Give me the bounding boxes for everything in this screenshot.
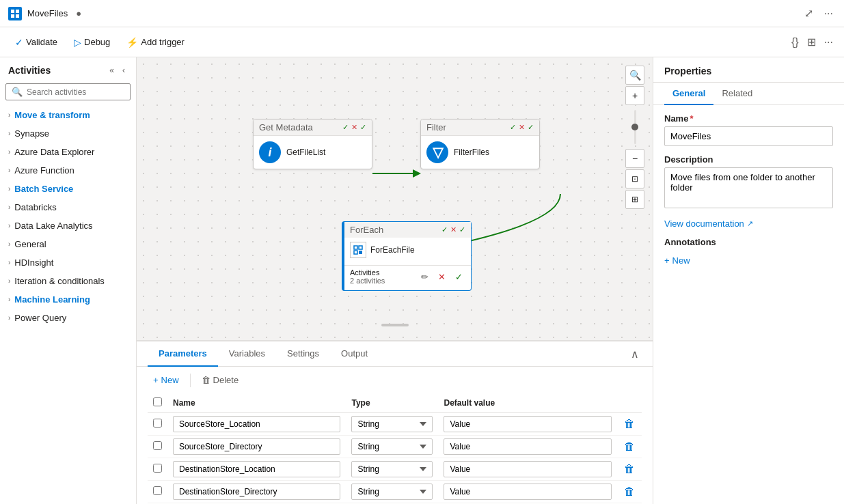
row-checkbox[interactable] xyxy=(153,441,162,450)
filter-icon: ▽ xyxy=(426,141,448,163)
sidebar-item-azure-data-explorer[interactable]: › Azure Data Explorer xyxy=(0,143,136,161)
sidebar: Activities « ‹ 🔍 › Move & transform › Sy… xyxy=(0,57,137,504)
svg-rect-8 xyxy=(359,251,362,254)
app-logo xyxy=(8,7,22,20)
chevron-right-icon: › xyxy=(8,222,10,229)
grid-view-icon[interactable]: ⊞ xyxy=(804,33,819,51)
chevron-right-icon: › xyxy=(8,259,10,266)
sidebar-item-databricks[interactable]: › Databricks xyxy=(0,198,136,216)
sidebar-item-power-query[interactable]: › Power Query xyxy=(0,309,136,327)
view-documentation-link[interactable]: View documentation ↗ xyxy=(664,219,833,229)
sidebar-item-azure-function[interactable]: › Azure Function xyxy=(0,161,136,180)
fit-view-icon[interactable]: ⊡ xyxy=(625,169,644,188)
new-parameter-button[interactable]: + New xyxy=(148,372,185,388)
add-trigger-button[interactable]: ⚡ Add trigger xyxy=(120,33,191,52)
sidebar-item-hdinsight[interactable]: › HDInsight xyxy=(0,253,136,272)
top-bar: MoveFiles ● ⤢ ··· xyxy=(0,0,844,27)
unsaved-indicator: ● xyxy=(76,8,81,18)
select-all-checkbox[interactable] xyxy=(153,397,162,406)
code-view-icon[interactable]: {} xyxy=(789,33,802,51)
toolbar-right: {} ⊞ ··· xyxy=(789,33,836,51)
foreach-node[interactable]: ForEach ✓ ✕ ✓ xyxy=(342,221,472,291)
properties-header: Properties xyxy=(653,57,844,83)
sidebar-item-general[interactable]: › General xyxy=(0,235,136,253)
row-checkbox[interactable] xyxy=(153,419,162,428)
sidebar-controls: « ‹ xyxy=(107,63,128,78)
chevron-right-icon: › xyxy=(8,111,10,119)
svg-rect-5 xyxy=(354,246,357,249)
more-options-icon[interactable]: ··· xyxy=(821,5,836,23)
tab-settings[interactable]: Settings xyxy=(276,341,330,367)
param-default-input[interactable] xyxy=(444,461,612,477)
sidebar-item-machine-learning[interactable]: › Machine Learning xyxy=(0,290,136,309)
sidebar-item-move-transform[interactable]: › Move & transform xyxy=(0,106,136,124)
collapse-panel-icon[interactable]: ∧ xyxy=(628,345,642,363)
sidebar-item-iteration-conditionals[interactable]: › Iteration & conditionals xyxy=(0,272,136,290)
row-checkbox[interactable] xyxy=(153,464,162,473)
search-input[interactable] xyxy=(27,87,124,97)
zoom-slider-thumb xyxy=(631,124,638,130)
tab-output[interactable]: Output xyxy=(330,341,379,367)
delete-row-button[interactable]: 🗑 xyxy=(623,484,636,499)
chevron-right-icon: › xyxy=(8,240,10,248)
sidebar-item-synapse[interactable]: › Synapse xyxy=(0,124,136,143)
param-type-select[interactable]: StringIntegerBooleanFloatArrayObject xyxy=(351,438,433,455)
debug-button[interactable]: ▷ Debug xyxy=(67,33,117,52)
canvas-background xyxy=(137,57,653,340)
tab-general[interactable]: General xyxy=(664,83,713,105)
get-metadata-node[interactable]: Get Metadata ✓ ✕ ✓ i GetFileList xyxy=(253,119,372,169)
param-name-input[interactable] xyxy=(173,416,340,432)
check-foreach-icon[interactable]: ✓ xyxy=(452,269,465,285)
svg-rect-6 xyxy=(359,246,362,249)
delete-row-button[interactable]: 🗑 xyxy=(623,462,636,477)
description-label: Description xyxy=(664,154,833,165)
sidebar-pin-icon[interactable]: ‹ xyxy=(120,63,128,78)
delete-parameter-button[interactable]: 🗑 Delete xyxy=(196,372,245,388)
delete-foreach-icon[interactable]: ✕ xyxy=(435,269,448,285)
row-checkbox[interactable] xyxy=(153,486,162,495)
svg-rect-0 xyxy=(11,10,14,13)
param-type-select[interactable]: StringIntegerBooleanFloatArrayObject xyxy=(351,461,433,477)
validate-button[interactable]: ✓ Validate xyxy=(8,33,64,52)
chevron-right-icon: › xyxy=(8,185,10,193)
zoom-in-icon[interactable]: + xyxy=(625,86,644,105)
edit-activities-icon[interactable]: ✏ xyxy=(418,269,431,285)
param-name-input[interactable] xyxy=(173,438,340,455)
success-icon: ✓ xyxy=(510,123,516,132)
sidebar-item-batch-service[interactable]: › Batch Service xyxy=(0,180,136,198)
param-default-input[interactable] xyxy=(444,416,612,432)
description-input[interactable]: Move files from one folder to another fo… xyxy=(664,167,833,208)
toolbar-more-icon[interactable]: ··· xyxy=(821,33,836,51)
chevron-right-icon: › xyxy=(8,314,10,322)
svg-rect-2 xyxy=(11,14,14,18)
expand-icon[interactable]: ⤢ xyxy=(802,4,816,23)
search-canvas-icon[interactable]: 🔍 xyxy=(625,66,644,85)
pipeline-canvas[interactable]: Get Metadata ✓ ✕ ✓ i GetFileList xyxy=(137,57,653,340)
name-input[interactable] xyxy=(664,126,833,146)
tab-variables[interactable]: Variables xyxy=(218,341,276,367)
param-default-input[interactable] xyxy=(444,484,612,500)
delete-row-button[interactable]: 🗑 xyxy=(623,439,636,454)
param-name-input[interactable] xyxy=(173,484,340,500)
sidebar-search-box[interactable]: 🔍 xyxy=(5,83,131,100)
filter-node[interactable]: Filter ✓ ✕ ✓ ▽ FilterFiles xyxy=(420,119,540,169)
sidebar-item-data-lake-analytics[interactable]: › Data Lake Analytics xyxy=(0,216,136,235)
tab-related[interactable]: Related xyxy=(713,83,761,105)
external-link-icon: ↗ xyxy=(747,219,753,228)
layout-icon[interactable]: ⊞ xyxy=(625,190,644,209)
chevron-right-icon: › xyxy=(8,167,10,174)
svg-rect-7 xyxy=(354,251,357,254)
sidebar-collapse-icon[interactable]: « xyxy=(107,63,117,78)
name-label: Name * xyxy=(664,113,833,124)
delete-row-button[interactable]: 🗑 xyxy=(623,417,636,432)
param-default-input[interactable] xyxy=(444,438,612,455)
delete-icon: 🗑 xyxy=(202,375,210,385)
param-name-input[interactable] xyxy=(173,461,340,477)
param-type-select[interactable]: StringIntegerBooleanFloatArrayObject xyxy=(351,484,433,500)
skip-icon: ✓ xyxy=(360,123,366,132)
canvas-controls: 🔍 + − ⊡ ⊞ xyxy=(625,66,644,209)
tab-parameters[interactable]: Parameters xyxy=(148,341,218,367)
add-annotation-button[interactable]: + New xyxy=(664,253,690,268)
zoom-out-icon[interactable]: − xyxy=(625,149,644,168)
param-type-select[interactable]: StringIntegerBooleanFloatArrayObject xyxy=(351,416,433,432)
